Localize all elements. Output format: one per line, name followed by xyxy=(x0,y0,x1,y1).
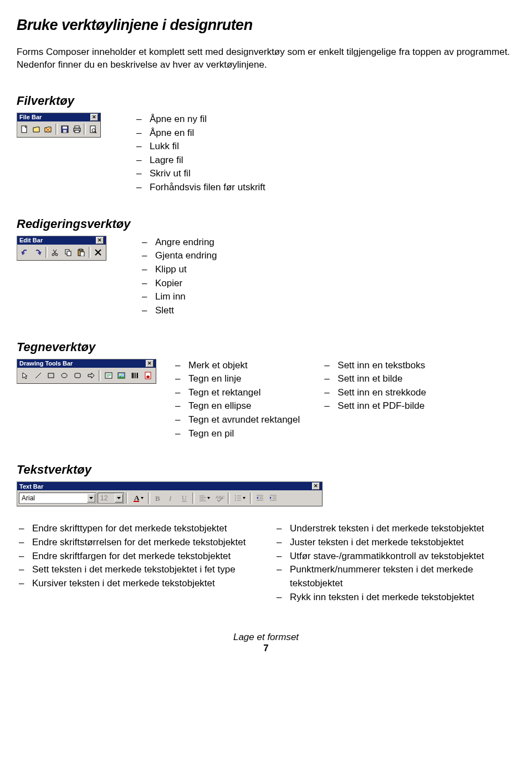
list-item: Understrek teksten i det merkede tekstob… xyxy=(288,522,515,536)
footer-page-number: 7 xyxy=(17,643,515,654)
arrow-icon[interactable] xyxy=(85,369,97,382)
list-item: Punktmerk/nummerer teksten i det merkede… xyxy=(288,563,515,590)
list-item: Sett inn en tekstboks xyxy=(335,359,426,373)
outdent-icon[interactable] xyxy=(254,492,266,504)
text-tools-heading: Tekstverktøy xyxy=(17,463,515,477)
italic-icon[interactable]: I xyxy=(165,492,177,504)
intro-text: Forms Composer inneholder et komplett se… xyxy=(17,46,515,72)
list-item: Kursiver teksten i det merkede tekstobje… xyxy=(30,577,258,591)
spellcheck-icon[interactable]: ABC xyxy=(214,492,226,504)
list-item: Sett inn et bilde xyxy=(335,372,426,386)
list-item: Lukk fil xyxy=(147,140,265,154)
svg-text:I: I xyxy=(168,494,172,502)
size-value: 12 xyxy=(100,494,108,502)
list-item: Merk et objekt xyxy=(186,359,300,373)
text-tools-section: Tekstverktøy Text Bar ✕ Arial 12 A B xyxy=(17,463,515,604)
text-toolbar: Text Bar ✕ Arial 12 A B I U xyxy=(17,481,323,506)
list-item: Endre skrifttypen for det merkede teksto… xyxy=(30,522,258,536)
list-item: Slett xyxy=(153,304,217,318)
svg-point-25 xyxy=(62,373,67,378)
delete-icon[interactable] xyxy=(93,246,104,258)
textbox-icon[interactable] xyxy=(103,369,115,382)
list-item: Endre skriftfargen for det merkede tekst… xyxy=(30,550,258,564)
bullets-icon[interactable] xyxy=(232,492,248,504)
close-icon[interactable]: ✕ xyxy=(312,483,320,490)
indent-icon[interactable] xyxy=(267,492,279,504)
svg-rect-40 xyxy=(134,501,139,502)
print-icon[interactable] xyxy=(71,123,83,135)
open-file-icon[interactable] xyxy=(31,123,42,135)
chevron-down-icon[interactable] xyxy=(115,494,123,503)
paste-icon[interactable] xyxy=(75,246,86,258)
preview-icon[interactable] xyxy=(88,123,99,135)
list-item: Angre endring xyxy=(153,236,217,250)
barcode-icon[interactable] xyxy=(129,369,141,382)
svg-rect-8 xyxy=(75,130,79,133)
file-tools-section: Filverktøy File Bar ✕ xyxy=(17,94,515,195)
list-item: Lagre fil xyxy=(147,154,265,168)
rectangle-icon[interactable] xyxy=(45,369,58,382)
close-icon[interactable]: ✕ xyxy=(96,237,104,244)
list-item: Endre skriftstørrelsen for det merkede t… xyxy=(30,536,258,550)
svg-line-11 xyxy=(95,131,96,133)
edit-toolbar: Edit Bar ✕ xyxy=(17,236,106,261)
list-item: Tegn et rektangel xyxy=(186,386,300,400)
new-file-icon[interactable] xyxy=(19,123,30,135)
file-toolbar-title: File Bar xyxy=(19,114,42,120)
svg-point-50 xyxy=(235,495,236,496)
list-item: Forhåndsvis filen før utskrift xyxy=(147,181,265,195)
list-item: Klipp ut xyxy=(153,263,217,277)
list-item: Gjenta endring xyxy=(153,249,217,263)
bold-icon[interactable]: B xyxy=(152,492,164,504)
svg-rect-20 xyxy=(80,252,84,256)
svg-rect-17 xyxy=(67,251,71,256)
list-item: Tegn en linje xyxy=(186,372,300,386)
list-item: Sett teksten i det merkede tekstobjektet… xyxy=(30,563,258,577)
list-item: Tegn en ellipse xyxy=(186,399,300,413)
list-item: Skriv ut fil xyxy=(147,167,265,181)
list-item: Lim inn xyxy=(153,290,217,304)
list-item: Utfør stave-/grammatikkontroll av teksto… xyxy=(288,550,515,564)
undo-icon[interactable] xyxy=(19,246,30,258)
svg-rect-5 xyxy=(63,130,66,133)
draw-tools-heading: Tegneverktøy xyxy=(17,340,515,354)
list-item: Tegn en pil xyxy=(186,427,300,441)
text-tools-list-2: Understrek teksten i det merkede tekstob… xyxy=(274,522,515,604)
line-icon[interactable] xyxy=(32,369,44,382)
svg-rect-4 xyxy=(63,126,67,129)
save-icon[interactable] xyxy=(59,123,70,135)
svg-point-15 xyxy=(55,253,58,256)
image-icon[interactable] xyxy=(116,369,128,382)
font-dropdown[interactable]: Arial xyxy=(19,493,96,504)
pdf-icon[interactable] xyxy=(142,369,154,382)
font-color-icon[interactable]: A xyxy=(130,492,146,504)
close-icon[interactable]: ✕ xyxy=(90,114,98,121)
list-item: Sett inn en strekkode xyxy=(335,386,426,400)
rounded-rect-icon[interactable] xyxy=(71,369,84,382)
svg-text:ABC: ABC xyxy=(216,495,224,500)
pointer-icon[interactable] xyxy=(19,369,31,382)
close-file-icon[interactable] xyxy=(43,123,54,135)
file-tools-list: Åpne en ny fil Åpne en fil Lukk fil Lagr… xyxy=(134,113,265,195)
svg-point-52 xyxy=(235,498,236,499)
draw-toolbar: Drawing Tools Bar ✕ xyxy=(17,359,156,384)
redo-icon[interactable] xyxy=(32,246,43,258)
ellipse-icon[interactable] xyxy=(58,369,70,382)
cut-icon[interactable] xyxy=(49,246,61,258)
close-icon[interactable]: ✕ xyxy=(146,360,154,367)
list-item: Tegn et avrundet rektangel xyxy=(186,413,300,427)
page-title: Bruke verktøylinjene i designruten xyxy=(17,17,515,34)
svg-rect-19 xyxy=(79,249,82,251)
copy-icon[interactable] xyxy=(62,246,74,258)
list-item: Sett inn et PDF-bilde xyxy=(335,399,426,413)
list-item: Kopier xyxy=(153,277,217,291)
list-item: Juster teksten i det merkede tekstobjekt… xyxy=(288,536,515,550)
underline-icon[interactable]: U xyxy=(178,492,191,504)
edit-tools-heading: Redigeringsverktøy xyxy=(17,217,515,231)
size-dropdown[interactable]: 12 xyxy=(98,493,124,504)
edit-tools-section: Redigeringsverktøy Edit Bar ✕ xyxy=(17,217,515,318)
svg-text:A: A xyxy=(134,494,140,502)
text-toolbar-title: Text Bar xyxy=(19,483,43,490)
chevron-down-icon[interactable] xyxy=(87,494,95,503)
align-icon[interactable] xyxy=(196,492,213,504)
